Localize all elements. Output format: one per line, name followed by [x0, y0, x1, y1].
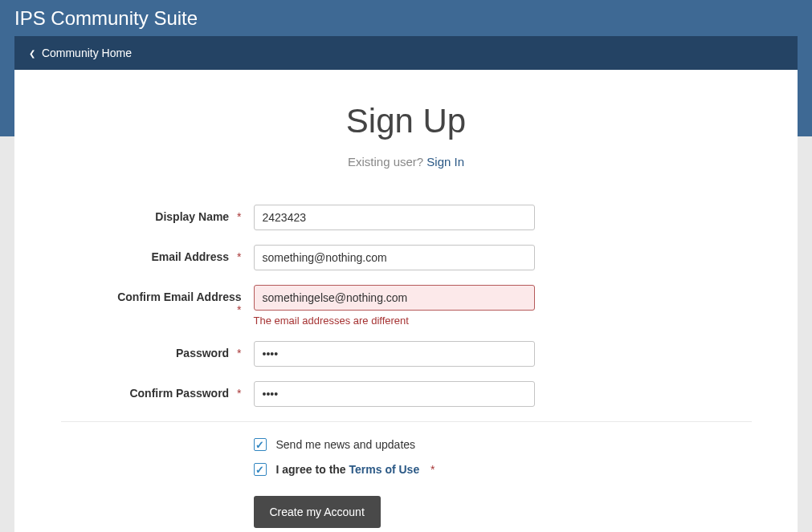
- email-input[interactable]: [254, 245, 535, 270]
- display-name-input[interactable]: [254, 205, 535, 230]
- confirm-password-input[interactable]: [254, 381, 535, 407]
- row-submit: Create my Account: [61, 496, 752, 528]
- row-confirm-email: Confirm Email Address * The email addres…: [61, 285, 752, 327]
- label-display-name: Display Name: [155, 210, 229, 223]
- main-card: Sign Up Existing user? Sign In Display N…: [14, 70, 798, 532]
- row-display-name: Display Name *: [61, 205, 752, 230]
- breadcrumb-home-link[interactable]: Community Home: [42, 47, 132, 59]
- label-confirm-password: Confirm Password: [129, 387, 229, 400]
- row-newsletter: Send me news and updates: [61, 438, 752, 451]
- form-divider: [61, 421, 752, 422]
- create-account-button[interactable]: Create my Account: [254, 496, 381, 528]
- signup-form: Display Name * Email Address * Confi: [61, 205, 752, 528]
- page-title: Sign Up: [14, 102, 798, 140]
- required-marker: *: [430, 463, 435, 476]
- row-confirm-password: Confirm Password *: [61, 381, 752, 407]
- breadcrumb: ❮ Community Home: [14, 36, 798, 70]
- terms-checkbox[interactable]: [254, 463, 267, 476]
- existing-user-prompt: Existing user? Sign In: [14, 155, 798, 169]
- label-confirm-email: Confirm Email Address: [117, 290, 241, 303]
- row-terms: I agree to the Terms of Use *: [61, 463, 752, 476]
- required-marker: *: [237, 387, 241, 400]
- required-marker: *: [237, 347, 241, 359]
- required-marker: *: [237, 303, 241, 316]
- terms-of-use-link[interactable]: Terms of Use: [349, 463, 420, 476]
- required-marker: *: [237, 210, 241, 223]
- label-email: Email Address: [151, 250, 229, 263]
- required-marker: *: [237, 250, 241, 263]
- site-header: IPS Community Suite: [0, 0, 812, 36]
- site-title[interactable]: IPS Community Suite: [14, 7, 198, 29]
- confirm-email-input[interactable]: [254, 285, 535, 311]
- sign-in-link[interactable]: Sign In: [426, 155, 464, 169]
- chevron-left-icon: ❮: [29, 37, 35, 71]
- newsletter-label: Send me news and updates: [276, 438, 416, 451]
- row-email: Email Address *: [61, 245, 752, 270]
- password-input[interactable]: [254, 341, 535, 367]
- label-password: Password: [176, 347, 229, 359]
- terms-prefix: I agree to the: [276, 463, 349, 476]
- newsletter-checkbox[interactable]: [254, 438, 267, 451]
- row-password: Password *: [61, 341, 752, 367]
- existing-user-prefix: Existing user?: [348, 155, 426, 169]
- confirm-email-error: The email addresses are different: [254, 315, 752, 327]
